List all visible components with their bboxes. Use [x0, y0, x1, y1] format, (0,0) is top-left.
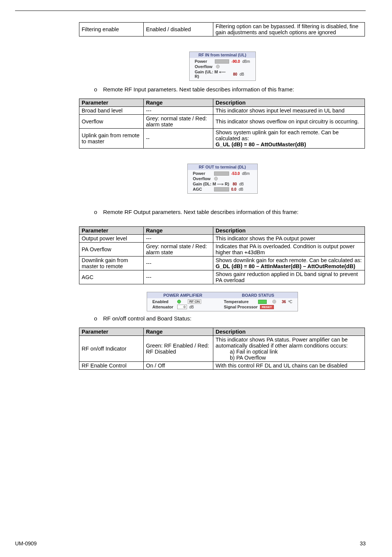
reset-button[interactable]: RESET [260, 305, 274, 309]
rf-in-snippet-wrap: RF IN from terminal (UL) Power-90.0dBm O… [79, 52, 366, 81]
table-row: Uplink gain from remote to master -- Sho… [79, 129, 365, 149]
table-row: RF Enable Control On / Off With this con… [79, 362, 365, 370]
th-range: Range [144, 99, 213, 107]
bar-icon [214, 172, 229, 176]
table-header-row: Parameter Range Description [79, 99, 365, 107]
list-marker: o [94, 315, 103, 322]
table-row: Output power level --- This indicator sh… [79, 235, 365, 243]
bar-icon [215, 59, 229, 64]
filtering-table: Filtering enable Enabled / disabled Filt… [79, 22, 365, 36]
rf-out-snippet-wrap: RF OUT to terminal (DL) Power-53.0dBm Ov… [79, 164, 366, 194]
list-marker: o [94, 86, 103, 93]
pa-board-snippet-wrap: POWER AMPLIFIER Enabled RF ON Attenuator… [79, 292, 366, 311]
rf-on-button[interactable]: RF ON [188, 299, 201, 304]
dot-green-icon [177, 300, 181, 304]
bullet-rf-onoff: oRF on/off control and Board Status: [94, 315, 366, 322]
bullet-rf-input: oRemote RF Input parameters. Next table … [94, 86, 366, 93]
snippet-title: RF IN from terminal (UL) [190, 52, 255, 58]
bullet-rf-output: oRemote RF Output parameters. Next table… [94, 209, 366, 215]
footer-doc-id: UM-0909 [15, 540, 37, 546]
rf-input-table: Parameter Range Description Broad band l… [79, 99, 365, 149]
table-row: Broad band level --- This indicator show… [79, 107, 365, 115]
rf-out-snippet: RF OUT to terminal (DL) Power-53.0dBm Ov… [187, 164, 258, 194]
table-row: AGC --- Shows gainr reduction applied in… [79, 270, 365, 284]
pa-board-snippet: POWER AMPLIFIER Enabled RF ON Attenuator… [147, 292, 298, 311]
rf-in-snippet: RF IN from terminal (UL) Power-90.0dBm O… [189, 52, 256, 81]
table-row: Filtering enable Enabled / disabled Filt… [79, 23, 365, 36]
header-rule [15, 11, 366, 11]
list-marker: o [94, 209, 103, 215]
cell-desc: Filtering option can be bypassed. If fil… [213, 23, 365, 36]
attenuator-input[interactable]: 0 [177, 305, 187, 309]
footer-page-num: 33 [360, 540, 366, 546]
bar-icon [214, 187, 229, 191]
snippet-title: RF OUT to terminal (DL) [188, 164, 257, 170]
cell-param: Filtering enable [79, 23, 144, 36]
footer: UM-0909 33 [15, 540, 366, 546]
dot-icon [272, 300, 276, 304]
dot-icon [214, 177, 218, 181]
cell-range: Enabled / disabled [144, 23, 213, 36]
th-parameter: Parameter [79, 99, 144, 107]
bar-green-icon [258, 300, 267, 304]
rf-onoff-table: Parameter Range Description RF on/off In… [79, 328, 365, 370]
table-header-row: Parameter Range Description [79, 227, 365, 235]
th-description: Description [213, 99, 365, 107]
table-row: Downlink gain from master to remote --- … [79, 256, 365, 270]
table-row: Overflow Grey: normal state / Red: alarm… [79, 115, 365, 129]
dot-icon [216, 65, 220, 68]
table-row: PA Overflow Grey: normal state / Red: al… [79, 243, 365, 256]
table-row: RF on/off Indicator Green: RF Enabled / … [79, 336, 365, 362]
rf-output-table: Parameter Range Description Output power… [79, 226, 365, 284]
table-header-row: Parameter Range Description [79, 328, 365, 336]
